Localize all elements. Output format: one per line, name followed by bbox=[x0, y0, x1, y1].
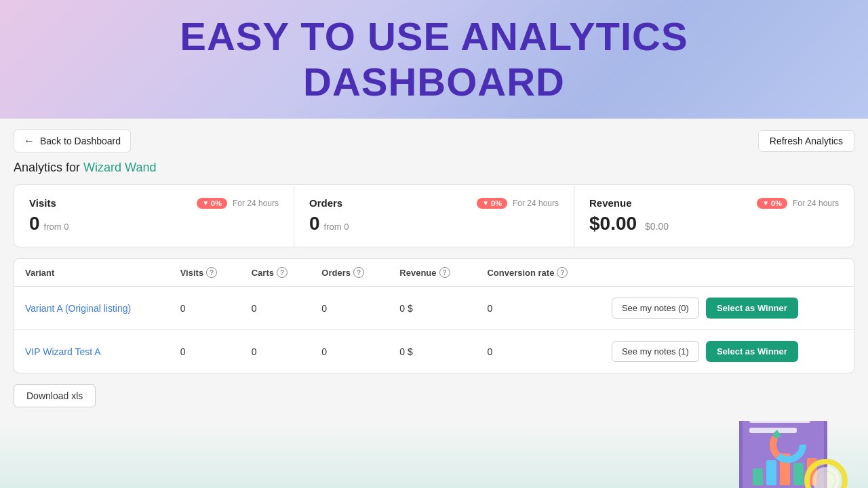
refresh-button-label: Refresh Analytics bbox=[770, 136, 843, 146]
visits-help-icon: ? bbox=[206, 267, 217, 278]
row1-orders: 0 bbox=[311, 330, 389, 373]
table-header: Variant Visits ? Carts ? bbox=[14, 259, 854, 287]
revenue-prev: $0.00 bbox=[645, 221, 669, 232]
svg-rect-7 bbox=[766, 460, 776, 485]
row0-notes-button[interactable]: See my notes (0) bbox=[612, 298, 699, 319]
visits-stat-header: Visits ▼ 0% For 24 hours bbox=[29, 197, 279, 209]
row1-notes-button[interactable]: See my notes (1) bbox=[612, 341, 699, 362]
row0-actions-cell: See my notes (0) Select as Winner bbox=[612, 298, 843, 319]
row0-carts: 0 bbox=[241, 287, 311, 330]
analytics-prefix: Analytics for bbox=[14, 161, 80, 174]
download-xls-button[interactable]: Download xls bbox=[14, 384, 96, 407]
row1-winner-label: Select as Winner bbox=[717, 346, 787, 357]
visits-meta: ▼ 0% For 24 hours bbox=[197, 198, 279, 209]
visits-label: Visits bbox=[29, 197, 56, 209]
visits-from: from 0 bbox=[44, 222, 69, 232]
orders-stat-card: Orders ▼ 0% For 24 hours 0 from 0 bbox=[294, 185, 574, 247]
th-visits-label: Visits bbox=[180, 268, 203, 278]
revenue-help-icon: ? bbox=[439, 267, 450, 278]
orders-number: 0 bbox=[309, 213, 320, 235]
orders-label: Orders bbox=[309, 197, 342, 209]
th-conversion: Conversion rate ? bbox=[476, 259, 601, 287]
th-carts: Carts ? bbox=[241, 259, 311, 287]
row1-carts: 0 bbox=[241, 330, 311, 373]
top-bar: ← Back to Dashboard Refresh Analytics bbox=[14, 129, 854, 152]
row0-select-winner-button[interactable]: Select as Winner bbox=[706, 298, 798, 319]
svg-rect-5 bbox=[749, 428, 797, 433]
revenue-label: Revenue bbox=[589, 197, 632, 209]
revenue-number: $0.00 bbox=[589, 213, 637, 235]
th-variant: Variant bbox=[14, 259, 170, 287]
revenue-badge: ▼ 0% bbox=[757, 198, 787, 209]
row0-visits: 0 bbox=[170, 287, 241, 330]
row0-conversion: 0 bbox=[476, 287, 601, 330]
th-visits: Visits ? bbox=[170, 259, 241, 287]
table-body: Variant A (Original listing) 0 0 0 0 $ 0… bbox=[14, 287, 854, 373]
revenue-stat-card: Revenue ▼ 0% For 24 hours $0.00 $0.00 bbox=[574, 185, 854, 247]
row0-actions: See my notes (0) Select as Winner bbox=[601, 287, 854, 330]
product-name: Wizard Wand bbox=[83, 161, 156, 174]
svg-rect-6 bbox=[753, 468, 763, 485]
th-variant-label: Variant bbox=[25, 268, 54, 278]
row1-variant: VIP Wizard Test A bbox=[14, 330, 170, 373]
visits-badge-value: 0% bbox=[211, 199, 222, 207]
orders-stat-header: Orders ▼ 0% For 24 hours bbox=[309, 197, 559, 209]
row1-select-winner-button[interactable]: Select as Winner bbox=[706, 341, 798, 362]
visits-stat-card: Visits ▼ 0% For 24 hours 0 from 0 bbox=[14, 185, 294, 247]
orders-value: 0 from 0 bbox=[309, 213, 559, 235]
variants-table-container: Variant Visits ? Carts ? bbox=[14, 258, 854, 373]
orders-from: from 0 bbox=[324, 222, 349, 232]
orders-help-icon: ? bbox=[353, 267, 364, 278]
main-content: ← Back to Dashboard Refresh Analytics An… bbox=[0, 119, 868, 421]
orders-badge: ▼ 0% bbox=[477, 198, 507, 209]
analytics-title: Analytics for Wizard Wand bbox=[14, 161, 854, 175]
row1-conversion: 0 bbox=[476, 330, 601, 373]
orders-meta: ▼ 0% For 24 hours bbox=[477, 198, 559, 209]
back-button-label: Back to Dashboard bbox=[40, 136, 121, 146]
row1-variant-link[interactable]: VIP Wizard Test A bbox=[25, 346, 101, 357]
th-revenue: Revenue ? bbox=[389, 259, 476, 287]
th-actions bbox=[601, 259, 854, 287]
orders-period: For 24 hours bbox=[513, 199, 559, 208]
revenue-stat-header: Revenue ▼ 0% For 24 hours bbox=[589, 197, 839, 209]
table-row: VIP Wizard Test A 0 0 0 0 $ 0 See my not… bbox=[14, 330, 854, 373]
row0-variant-link[interactable]: Variant A (Original listing) bbox=[25, 303, 131, 314]
revenue-badge-arrow-icon: ▼ bbox=[762, 199, 769, 207]
visits-value: 0 from 0 bbox=[29, 213, 279, 235]
svg-rect-9 bbox=[793, 463, 804, 485]
bottom-area bbox=[0, 421, 868, 488]
analytics-illustration bbox=[726, 421, 854, 488]
visits-period: For 24 hours bbox=[233, 199, 279, 208]
conversion-help-icon: ? bbox=[557, 267, 568, 278]
visits-badge: ▼ 0% bbox=[197, 198, 227, 209]
row1-actions-cell: See my notes (1) Select as Winner bbox=[612, 341, 843, 362]
orders-badge-value: 0% bbox=[491, 199, 502, 207]
visits-number: 0 bbox=[29, 213, 40, 235]
revenue-value: $0.00 $0.00 bbox=[589, 213, 839, 235]
th-orders-label: Orders bbox=[321, 268, 351, 278]
table-header-row: Variant Visits ? Carts ? bbox=[14, 259, 854, 287]
row0-notes-label: See my notes (0) bbox=[622, 303, 689, 313]
row0-winner-label: Select as Winner bbox=[717, 303, 787, 313]
revenue-badge-value: 0% bbox=[771, 199, 782, 207]
stats-row: Visits ▼ 0% For 24 hours 0 from 0 Orders bbox=[14, 184, 854, 247]
visits-badge-arrow-icon: ▼ bbox=[202, 199, 209, 207]
th-orders: Orders ? bbox=[311, 259, 389, 287]
row1-notes-label: See my notes (1) bbox=[622, 346, 689, 357]
hero-title: EASY TO USE ANALYTICS DASHBOARD bbox=[180, 14, 688, 104]
th-conversion-label: Conversion rate bbox=[487, 268, 554, 278]
download-xls-label: Download xls bbox=[26, 390, 83, 401]
row0-revenue: 0 $ bbox=[389, 287, 476, 330]
row0-variant: Variant A (Original listing) bbox=[14, 287, 170, 330]
row0-orders: 0 bbox=[311, 287, 389, 330]
back-to-dashboard-button[interactable]: ← Back to Dashboard bbox=[14, 129, 131, 152]
table-row: Variant A (Original listing) 0 0 0 0 $ 0… bbox=[14, 287, 854, 330]
revenue-meta: ▼ 0% For 24 hours bbox=[757, 198, 839, 209]
refresh-analytics-button[interactable]: Refresh Analytics bbox=[758, 130, 854, 152]
revenue-period: For 24 hours bbox=[793, 199, 839, 208]
back-arrow-icon: ← bbox=[24, 135, 35, 147]
hero-banner: EASY TO USE ANALYTICS DASHBOARD bbox=[0, 0, 868, 119]
row1-revenue: 0 $ bbox=[389, 330, 476, 373]
th-revenue-label: Revenue bbox=[399, 268, 436, 278]
svg-rect-4 bbox=[749, 421, 810, 423]
